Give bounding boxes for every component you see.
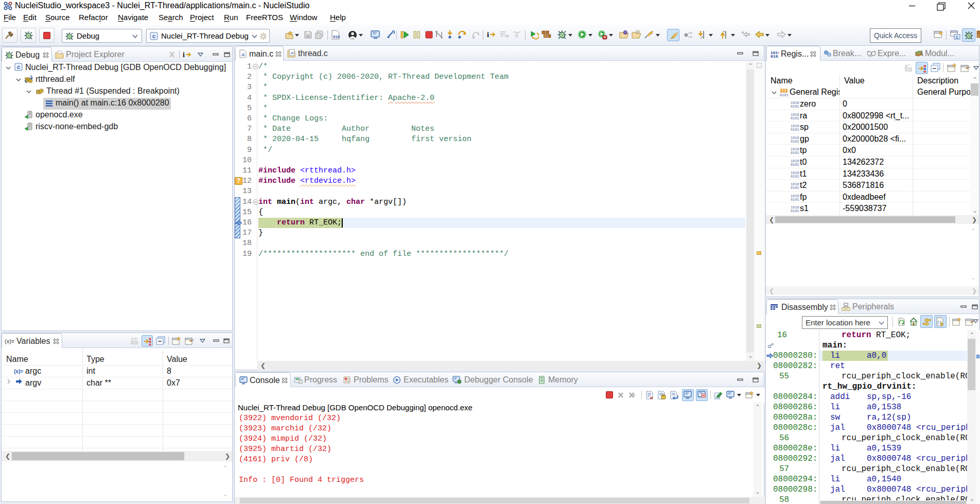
svg-text:0101: 0101 xyxy=(791,186,799,189)
svg-text:0101: 0101 xyxy=(791,116,799,120)
svg-text:0101: 0101 xyxy=(791,209,799,213)
svg-text:0101: 0101 xyxy=(791,198,799,201)
svg-text:c: c xyxy=(17,64,20,70)
svg-text:.c: .c xyxy=(290,50,294,55)
svg-text:(x)=: (x)= xyxy=(14,369,23,374)
svg-text:c: c xyxy=(152,33,155,39)
svg-text:0101: 0101 xyxy=(771,54,779,58)
svg-text:.c: .c xyxy=(241,52,245,57)
svg-text:010: 010 xyxy=(333,35,340,39)
svg-text:i: i xyxy=(487,30,489,39)
svg-text:0101: 0101 xyxy=(791,151,799,154)
svg-text:0101: 0101 xyxy=(791,105,799,108)
svg-text:0101: 0101 xyxy=(780,93,789,97)
svg-text:x=: x= xyxy=(869,55,872,57)
svg-text:(x)=: (x)= xyxy=(5,338,14,344)
svg-text:0101: 0101 xyxy=(791,163,799,166)
svg-text:0101: 0101 xyxy=(791,140,799,143)
svg-text:i: i xyxy=(183,51,185,59)
svg-text:0101: 0101 xyxy=(791,128,799,131)
svg-text:0101: 0101 xyxy=(791,175,799,178)
svg-text:C: C xyxy=(956,35,959,40)
